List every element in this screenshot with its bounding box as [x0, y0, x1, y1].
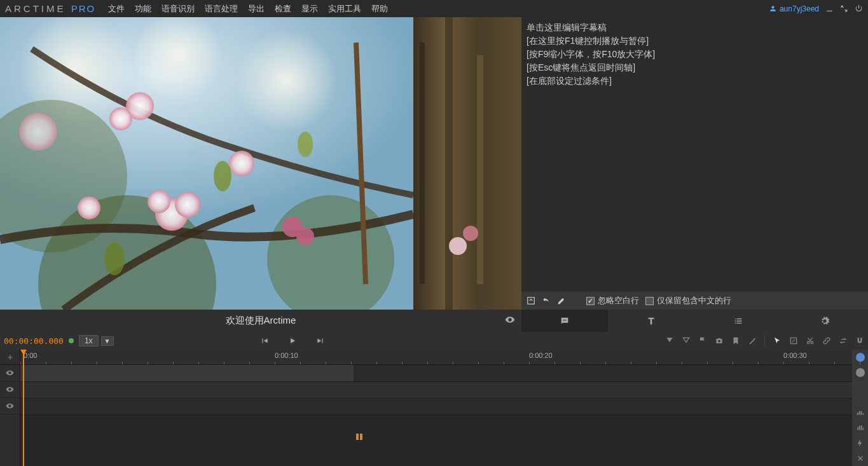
svg-rect-8 [420, 43, 425, 284]
svg-point-24 [214, 161, 231, 191]
menu-display[interactable]: 显示 [301, 3, 318, 15]
menu-speech[interactable]: 语音识别 [162, 3, 195, 15]
menu-function[interactable]: 功能 [135, 3, 151, 15]
close-side-icon[interactable] [852, 451, 868, 466]
timeline-tracks[interactable] [20, 365, 852, 466]
bolt-icon[interactable] [852, 435, 868, 451]
waveform-icon[interactable] [852, 405, 868, 420]
swap-icon[interactable] [839, 336, 848, 345]
status-bar: 欢迎使用Arctime [0, 310, 521, 332]
track-region[interactable] [20, 365, 354, 381]
svg-point-25 [298, 132, 313, 157]
track-visibility-2[interactable] [0, 381, 20, 398]
tab-chat[interactable] [521, 310, 608, 332]
svg-point-23 [463, 226, 478, 241]
bars-icon[interactable] [852, 420, 868, 435]
svg-point-28 [563, 319, 564, 320]
tab-settings[interactable] [782, 310, 868, 332]
marker-down2-icon[interactable] [682, 336, 691, 345]
svg-point-31 [718, 340, 720, 343]
menu-check[interactable]: 检查 [275, 3, 291, 15]
minimize-icon[interactable] [825, 4, 834, 13]
svg-point-20 [78, 196, 100, 219]
svg-point-22 [449, 237, 467, 255]
camera-icon[interactable] [715, 336, 724, 345]
svg-point-29 [564, 319, 565, 320]
menu-file[interactable]: 文件 [108, 3, 125, 15]
svg-rect-27 [528, 298, 535, 305]
edit-icon[interactable] [557, 296, 566, 305]
subtitle-editor[interactable]: 单击这里编辑字幕稿 [在这里按F1键控制播放与暂停] [按F9缩小字体，按F10… [521, 17, 868, 292]
svg-point-19 [296, 228, 314, 245]
visibility-toggle[interactable] [505, 315, 515, 327]
timecode-display: 00:00:00.000 [4, 336, 64, 346]
svg-point-21 [19, 113, 57, 151]
ignore-blank-checkbox[interactable]: 忽略空白行 [586, 295, 639, 306]
edit-tool-icon[interactable] [789, 336, 798, 345]
status-dot [69, 338, 74, 343]
chinese-only-checkbox[interactable]: 仅保留包含中文的行 [645, 295, 731, 306]
marker-down-icon[interactable] [665, 336, 674, 345]
pointer-icon[interactable] [773, 336, 782, 345]
timeline-marker [356, 434, 362, 440]
svg-rect-9 [445, 17, 453, 310]
svg-point-13 [175, 192, 200, 217]
svg-rect-7 [413, 17, 521, 310]
app-logo: ARCTIME PRO [5, 3, 95, 14]
prev-icon[interactable] [260, 336, 269, 345]
playhead[interactable] [23, 350, 24, 466]
undo-icon[interactable] [542, 296, 551, 305]
menu-help[interactable]: 帮助 [371, 3, 388, 15]
svg-point-14 [148, 190, 170, 213]
svg-point-16 [109, 107, 132, 130]
menu-export[interactable]: 导出 [248, 3, 265, 15]
video-preview[interactable] [0, 17, 521, 310]
svg-point-3 [235, 30, 337, 132]
magnet-icon[interactable] [855, 336, 864, 345]
svg-point-17 [229, 151, 254, 176]
color-gray-button[interactable] [852, 365, 868, 380]
tab-text[interactable] [608, 310, 694, 332]
user-icon [769, 4, 777, 13]
play-icon[interactable] [288, 336, 297, 345]
menu-language[interactable]: 语言处理 [205, 3, 238, 15]
track-visibility-3[interactable] [0, 398, 20, 415]
menu-tools[interactable]: 实用工具 [328, 3, 361, 15]
speed-value[interactable]: 1x [79, 335, 99, 346]
svg-point-30 [565, 319, 567, 320]
flag-icon[interactable] [698, 336, 707, 345]
wand-icon[interactable] [748, 336, 757, 345]
link-icon[interactable] [822, 336, 831, 345]
add-track-button[interactable] [0, 350, 20, 364]
tab-list[interactable] [695, 310, 782, 332]
timeline-ruler[interactable]: 0:00 0:00:10 0:00:20 0:00:30 [20, 350, 852, 364]
track-visibility-1[interactable] [0, 365, 20, 381]
svg-rect-10 [477, 55, 483, 284]
speed-dropdown[interactable]: ▼ [101, 336, 114, 346]
svg-point-26 [104, 242, 125, 275]
maximize-icon[interactable] [840, 4, 848, 13]
cut-icon[interactable] [806, 336, 815, 345]
power-icon[interactable] [855, 4, 863, 13]
next-icon[interactable] [316, 336, 325, 345]
menu-bar: 文件 功能 语音识别 语言处理 导出 检查 显示 实用工具 帮助 [108, 3, 388, 15]
user-account[interactable]: aun7yj3eed [769, 4, 819, 13]
collapse-icon[interactable] [527, 296, 535, 305]
bookmark-icon[interactable] [731, 336, 740, 345]
